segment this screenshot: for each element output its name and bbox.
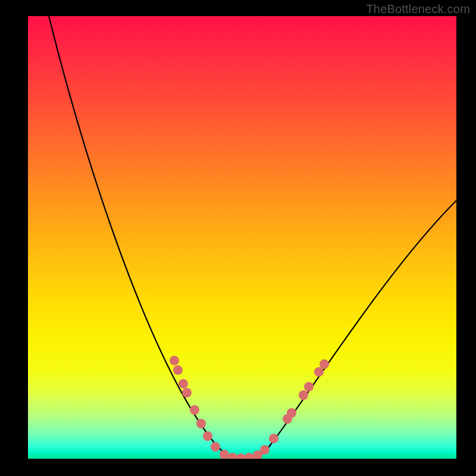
dot	[182, 388, 192, 397]
dot	[314, 367, 324, 377]
plot-area	[28, 16, 456, 459]
dot	[196, 419, 206, 428]
dot	[170, 356, 179, 365]
dot	[287, 408, 296, 418]
watermark-text: TheBottleneck.com	[366, 2, 470, 16]
dot	[178, 379, 188, 389]
dot	[173, 365, 183, 375]
dot	[299, 390, 308, 400]
dot	[260, 445, 270, 455]
dot	[236, 453, 246, 459]
left-curve	[49, 16, 239, 459]
dot	[304, 382, 314, 392]
dot	[320, 359, 329, 369]
dot	[220, 450, 229, 459]
curves-svg	[28, 16, 456, 459]
dot	[190, 405, 199, 415]
dot	[228, 453, 237, 459]
dot	[245, 453, 254, 459]
dot	[203, 431, 212, 441]
chart-stage: TheBottleneck.com	[0, 0, 476, 476]
right-curve	[239, 201, 456, 459]
dot	[269, 434, 278, 443]
dot	[211, 442, 220, 452]
